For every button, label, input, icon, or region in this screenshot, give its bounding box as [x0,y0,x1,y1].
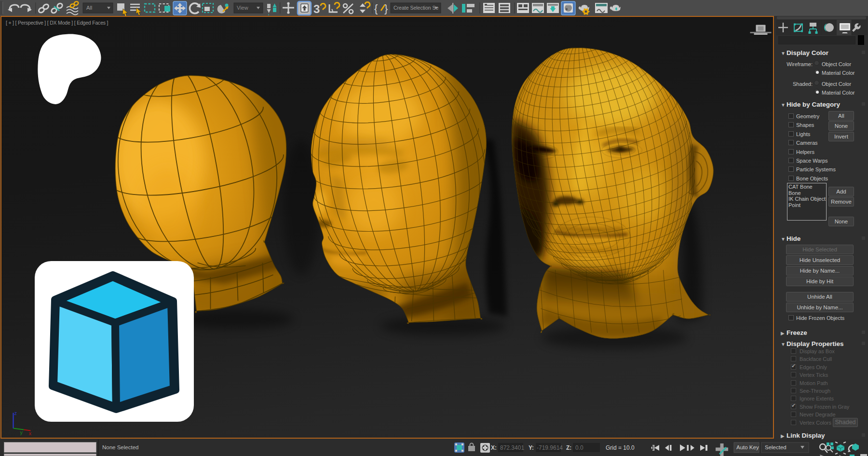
svg-text:3: 3 [313,2,320,15]
svg-text:Z:: Z: [566,444,571,451]
svg-text:Y:: Y: [529,444,534,451]
svg-text:Grid = 10.0: Grid = 10.0 [606,444,635,451]
svg-text:y: y [20,429,23,435]
svg-text:x: x [29,430,32,436]
svg-text:}: } [384,2,388,14]
svg-text:Auto Key: Auto Key [736,444,759,450]
svg-text:Create Selection Se: Create Selection Se [393,5,439,11]
svg-text:All: All [86,5,92,11]
svg-text:X:: X: [491,444,497,451]
svg-text:View: View [237,5,248,11]
svg-text:{: { [374,2,378,14]
svg-text:-719.9614: -719.9614 [537,444,563,451]
svg-text:z: z [14,410,17,416]
svg-text:0.0: 0.0 [575,444,583,451]
svg-text:Selected: Selected [765,444,787,450]
svg-text:872.3401: 872.3401 [500,444,524,451]
